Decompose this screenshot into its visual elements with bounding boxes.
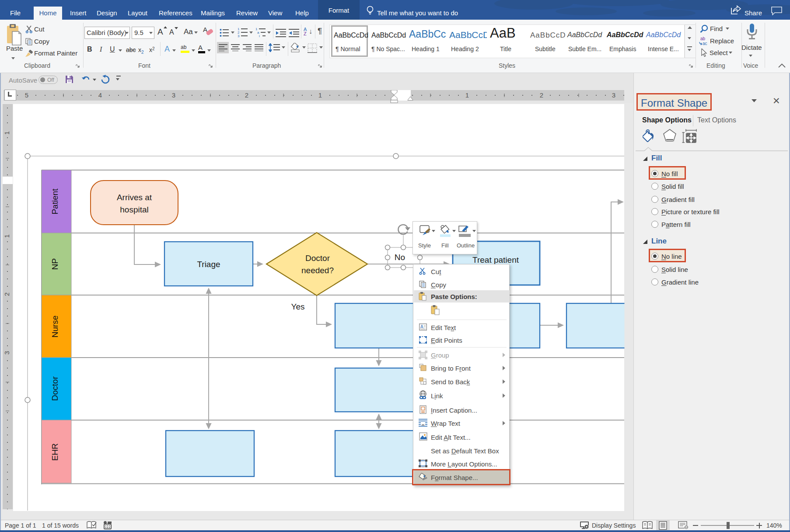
svg-text:needed?: needed?: [301, 266, 334, 275]
svg-text:Treat patient: Treat patient: [472, 255, 519, 264]
svg-text:1: 1: [465, 91, 469, 99]
svg-text:2: 2: [540, 91, 543, 99]
svg-text:3: 3: [612, 91, 615, 99]
svg-text:A: A: [420, 324, 423, 329]
svg-text:hospital: hospital: [120, 205, 149, 214]
svg-text:Arrives at: Arrives at: [117, 193, 152, 202]
svg-text:Yes: Yes: [291, 302, 305, 311]
svg-text:5: 5: [25, 91, 28, 99]
svg-text:2: 2: [245, 91, 248, 99]
svg-text:4: 4: [98, 91, 102, 99]
svg-text:NP: NP: [50, 258, 59, 270]
svg-text:EHR: EHR: [50, 443, 59, 461]
svg-text:Triage: Triage: [197, 260, 220, 269]
svg-text:1: 1: [318, 91, 322, 99]
svg-text:Patient: Patient: [50, 188, 59, 215]
svg-text:No: No: [395, 253, 405, 262]
svg-text:Doctor: Doctor: [305, 254, 330, 263]
svg-text:3: 3: [238, 34, 240, 38]
svg-text:i: i: [259, 34, 260, 38]
svg-text:3: 3: [172, 91, 175, 99]
svg-text:ac: ac: [703, 41, 707, 45]
svg-text:ab: ab: [700, 37, 706, 41]
svg-text:Doctor: Doctor: [50, 376, 59, 401]
svg-text:Nurse: Nurse: [50, 316, 59, 338]
